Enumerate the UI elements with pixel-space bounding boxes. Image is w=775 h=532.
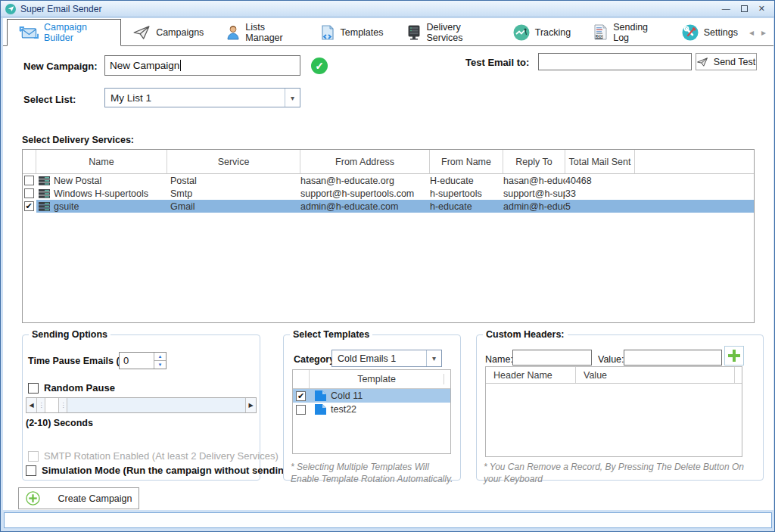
smtp-rotation-checkbox: SMTP Rotation Enabled (At least 2 Delive… (28, 450, 279, 462)
select-list-dropdown[interactable]: My List 1 ▾ (104, 88, 300, 107)
random-pause-checkbox[interactable]: Random Pause (28, 382, 115, 394)
header-value-input[interactable] (624, 350, 722, 366)
select-list-value: My List 1 (105, 89, 285, 107)
row-checkbox[interactable] (296, 405, 306, 415)
checkbox-box (28, 451, 39, 462)
tab-campaign-builder[interactable]: Campaign Builder (7, 19, 121, 46)
column-header-total[interactable]: Total Mail Sent (565, 150, 635, 173)
reply-to: admin@h-educa (503, 201, 565, 212)
plus-circle-icon (26, 491, 40, 506)
template-name: test22 (331, 404, 356, 415)
delivery-services-table: Name Service From Address From Name Repl… (22, 149, 755, 323)
random-pause-label: Random Pause (44, 382, 115, 394)
maximize-button[interactable] (741, 5, 748, 12)
pause-range-slider[interactable]: ◀ ⋮ ⋮ ▶ (26, 397, 257, 413)
total-mail-sent: 33 (565, 188, 635, 199)
test-email-input[interactable] (538, 53, 692, 70)
delivery-section-label: Select Delivery Services: (22, 135, 134, 145)
svg-text:LOG: LOG (596, 35, 603, 39)
category-dropdown[interactable]: Cold Emails 1 ▾ (331, 350, 442, 367)
tools-icon (682, 24, 699, 41)
table-row-selected[interactable]: ✔ gsuite Gmail admin@h-educate.com h-edu… (23, 200, 754, 213)
tab-templates[interactable]: Templates (309, 19, 395, 45)
table-row[interactable]: New Postal Postal hasan@h-educate.org H-… (23, 174, 754, 187)
row-checkbox[interactable] (24, 176, 34, 185)
chevron-down-icon[interactable]: ▾ (426, 350, 441, 366)
service-type: Smtp (167, 188, 300, 199)
tab-delivery-services[interactable]: Delivery Services (395, 19, 502, 45)
plus-icon (727, 349, 741, 362)
stepper-down-icon[interactable]: ▼ (154, 361, 166, 369)
add-header-button[interactable] (724, 346, 744, 366)
select-list-label: Select List: (23, 94, 76, 105)
server-icon (406, 25, 422, 40)
slider-right-arrow-icon[interactable]: ▶ (245, 398, 256, 412)
new-campaign-input[interactable]: New Campaign (104, 55, 300, 76)
column-header-from-name[interactable]: From Name (430, 150, 503, 173)
custom-headers-group-label: Custom Headers: (483, 329, 568, 340)
row-checkbox[interactable] (24, 188, 34, 198)
header-value-label: Value: (598, 354, 624, 365)
tab-tracking[interactable]: Tracking (502, 19, 582, 45)
checkbox-box[interactable] (26, 465, 36, 476)
minimize-button[interactable]: — (722, 5, 730, 13)
custom-headers-table: Header Name Value (485, 366, 742, 457)
server-row-icon (39, 202, 50, 211)
column-header-name[interactable]: Name (36, 150, 167, 173)
chart-line-icon (513, 24, 530, 41)
send-test-label: Send Test (714, 57, 755, 67)
template-row-selected[interactable]: ✔ Cold 11 (293, 389, 450, 403)
reply-to: hasan@h-educat (503, 176, 565, 186)
template-row[interactable]: test22 (293, 403, 450, 416)
row-checkbox[interactable]: ✔ (24, 201, 34, 211)
close-button[interactable]: ✕ (758, 5, 765, 13)
column-header-reply-to[interactable]: Reply To (503, 150, 565, 173)
tab-label: Lists Manager (245, 22, 297, 43)
tab-lists-manager[interactable]: Lists Manager (215, 19, 308, 45)
tab-scroll-left-icon[interactable]: ◂ (749, 27, 754, 38)
stepper-up-icon[interactable]: ▲ (154, 353, 166, 361)
from-name: h-supertools (430, 188, 503, 199)
slider-left-arrow-icon[interactable]: ◀ (26, 398, 37, 412)
tab-label: Sending Log (613, 22, 659, 43)
checkbox-box[interactable] (28, 383, 39, 394)
valid-check-icon: ✓ (311, 58, 328, 74)
header-name-column[interactable]: Header Name (486, 370, 575, 381)
simulation-mode-checkbox[interactable]: Simulation Mode (Run the campaign withou… (26, 465, 326, 476)
envelope-sync-icon (19, 26, 39, 39)
value-column[interactable]: Value (575, 367, 734, 383)
new-campaign-value: New Campaign (110, 60, 179, 71)
header-name-input[interactable] (512, 350, 592, 366)
select-templates-group-label: Select Templates (290, 329, 372, 340)
column-header-service[interactable]: Service (167, 150, 300, 173)
status-bar (4, 512, 772, 528)
chevron-down-icon[interactable]: ▾ (285, 89, 300, 107)
text-caret (180, 60, 181, 71)
table-row[interactable]: Windows H-supertools Smtp support@h-supe… (23, 187, 754, 200)
service-type: Postal (167, 176, 300, 186)
slider-handle-min[interactable]: ⋮ (37, 398, 45, 412)
template-file-icon (315, 404, 326, 415)
tab-scroll-right-icon[interactable]: ▸ (761, 27, 766, 38)
create-campaign-button[interactable]: Create Campaign (18, 487, 139, 509)
title-bar: Super Email Sender — ✕ (1, 1, 774, 17)
range-hint-label: (2-10) Seconds (26, 418, 93, 428)
server-row-icon (39, 176, 50, 185)
template-column-header[interactable]: Template (310, 374, 444, 384)
send-test-button[interactable]: Send Test (696, 53, 757, 70)
column-header-from-address[interactable]: From Address (300, 150, 430, 173)
tab-sending-log[interactable]: LOG Sending Log (582, 19, 671, 45)
tab-label: Templates (341, 27, 384, 38)
time-pause-stepper[interactable]: 0 ▲ ▼ (119, 352, 167, 369)
service-name: New Postal (54, 176, 101, 186)
total-mail-sent: 40468 (565, 176, 635, 186)
slider-handle-max[interactable]: ⋮ (59, 398, 67, 412)
tab-label: Campaigns (156, 27, 204, 38)
sending-options-group-label: Sending Options (29, 329, 110, 340)
tab-campaigns[interactable]: Campaigns (121, 19, 215, 45)
from-address: hasan@h-educate.org (300, 176, 430, 186)
tab-settings[interactable]: Settings (671, 19, 749, 45)
row-checkbox[interactable]: ✔ (296, 391, 306, 401)
document-icon (320, 25, 335, 40)
tab-label: Campaign Builder (44, 22, 109, 43)
